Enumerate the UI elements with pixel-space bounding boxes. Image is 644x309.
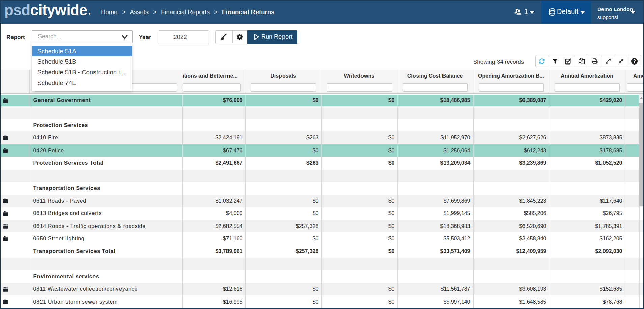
svg-text:?: ?	[633, 58, 636, 64]
